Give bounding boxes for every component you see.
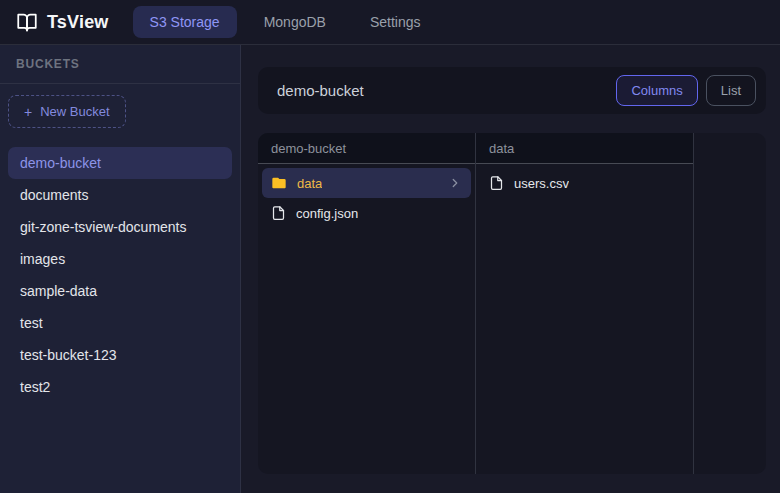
sidebar-item-sample-data[interactable]: sample-data: [8, 275, 232, 307]
column-body: data: [258, 164, 475, 232]
sidebar-item-git-zone-tsview-documents[interactable]: git-zone-tsview-documents: [8, 211, 232, 243]
sidebar-item-test[interactable]: test: [8, 307, 232, 339]
file-icon: [489, 175, 504, 191]
column-header: data: [476, 133, 693, 164]
sidebar-item-documents[interactable]: documents: [8, 179, 232, 211]
column-demo-bucket: demo-bucket data: [258, 133, 476, 474]
entry-label: data: [297, 176, 322, 191]
plus-icon: +: [24, 105, 32, 119]
top-nav: S3 Storage MongoDB Settings: [133, 6, 438, 38]
new-bucket-label: New Bucket: [40, 104, 109, 119]
tab-mongodb[interactable]: MongoDB: [247, 6, 343, 38]
new-bucket-button[interactable]: + New Bucket: [8, 95, 126, 128]
topbar: TsView S3 Storage MongoDB Settings: [0, 0, 780, 45]
sidebar-item-test-bucket-123[interactable]: test-bucket-123: [8, 339, 232, 371]
entry-label: users.csv: [514, 176, 569, 191]
book-open-icon: [16, 12, 38, 33]
columns-view-button[interactable]: Columns: [616, 75, 697, 106]
main-layout: BUCKETS + New Bucket demo-bucket documen…: [0, 45, 780, 493]
tab-s3-storage[interactable]: S3 Storage: [133, 6, 237, 38]
file-columns-panel: demo-bucket data: [258, 133, 766, 474]
entry-file-users-csv[interactable]: users.csv: [480, 168, 689, 198]
app-logo: TsView: [16, 12, 109, 33]
sidebar-item-test2[interactable]: test2: [8, 371, 232, 403]
entry-folder-data[interactable]: data: [262, 168, 471, 198]
tab-settings[interactable]: Settings: [353, 6, 438, 38]
column-body: users.csv: [476, 164, 693, 202]
bucket-list: demo-bucket documents git-zone-tsview-do…: [0, 136, 240, 403]
file-icon: [271, 205, 286, 221]
chevron-right-icon: [448, 176, 462, 190]
new-bucket-wrap: + New Bucket: [0, 84, 240, 136]
column-header: demo-bucket: [258, 133, 475, 164]
sidebar-item-demo-bucket[interactable]: demo-bucket: [8, 147, 232, 179]
column-data: data users.csv: [476, 133, 694, 474]
entry-file-config-json[interactable]: config.json: [262, 198, 471, 228]
folder-icon: [271, 175, 287, 191]
buckets-sidebar: BUCKETS + New Bucket demo-bucket documen…: [0, 45, 241, 493]
app-title: TsView: [47, 12, 109, 33]
bucket-title: demo-bucket: [277, 82, 364, 99]
sidebar-item-images[interactable]: images: [8, 243, 232, 275]
sidebar-section-title: BUCKETS: [0, 45, 240, 84]
main-content: demo-bucket Columns List demo-bucket dat…: [241, 45, 780, 493]
entry-label: config.json: [296, 206, 358, 221]
bucket-header-panel: demo-bucket Columns List: [258, 67, 766, 114]
list-view-button[interactable]: List: [706, 75, 756, 106]
